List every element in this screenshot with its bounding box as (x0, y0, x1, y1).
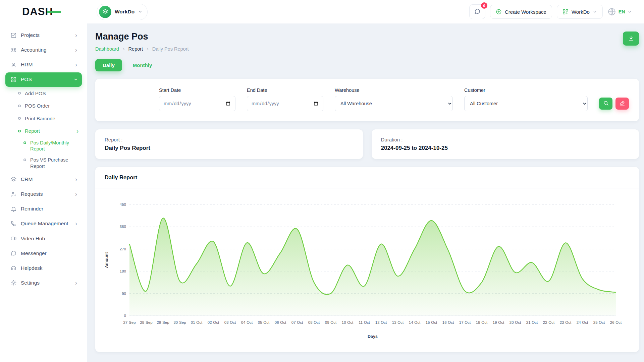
create-workspace-button[interactable]: Create Workspace (490, 5, 552, 19)
logo: DASH (0, 6, 87, 18)
top-header: DASH WorkDo 0 Create Workspace (0, 0, 644, 23)
sidebar-item-queue-management[interactable]: Queue Management› (5, 217, 82, 231)
report-summary-card: Report : Daily Pos Report (95, 129, 363, 159)
svg-text:13-Oct: 13-Oct (392, 320, 404, 324)
sidebar-item-label: Helpdesk (21, 265, 43, 272)
tab-daily[interactable]: Daily (95, 59, 122, 71)
sidebar: Projects›Accounting›HRM›POS›Add POSPOS O… (0, 23, 87, 362)
sidebar-item-add-pos[interactable]: Add POS (15, 87, 82, 100)
chevron-right-icon: › (75, 32, 77, 38)
warehouse-select[interactable]: All Warehouse (335, 96, 453, 111)
svg-text:Amount: Amount (104, 252, 109, 268)
bullet-icon (18, 117, 21, 120)
sidebar-item-reminder[interactable]: Reminder (5, 202, 82, 216)
bullet-icon (18, 105, 21, 107)
start-date-label: Start Date (159, 87, 235, 93)
create-workspace-label: Create Workspace (505, 9, 546, 15)
sidebar-item-pos[interactable]: POS› (5, 72, 82, 86)
svg-text:0: 0 (124, 314, 126, 318)
filter-panel: Start Date End Date Warehouse All Wareho… (95, 79, 639, 121)
sidebar-item-pos-order[interactable]: POS Order (15, 100, 82, 112)
sidebar-item-pos-vs-purchase-report[interactable]: Pos VS Purchase Report (21, 155, 82, 172)
svg-text:180: 180 (120, 269, 126, 273)
sidebar-item-label: Add POS (25, 90, 46, 97)
plus-circle-icon (496, 9, 502, 15)
end-date-label: End Date (247, 87, 323, 93)
sidebar-item-requests[interactable]: Requests› (5, 187, 82, 201)
svg-text:270: 270 (120, 247, 126, 251)
svg-text:20-Oct: 20-Oct (509, 320, 521, 324)
chevron-down-icon (593, 10, 597, 14)
sidebar-item-label: Pos VS Purchase Report (30, 157, 79, 170)
chevron-right-icon: › (75, 176, 77, 182)
account-name: WorkDo (572, 9, 590, 15)
chat-button[interactable]: 0 (469, 4, 485, 19)
sidebar-item-label: Queue Management (21, 220, 68, 227)
sidebar-item-label: POS Order (25, 103, 50, 109)
report-value: Daily Pos Report (105, 145, 354, 152)
svg-text:450: 450 (120, 202, 126, 206)
svg-text:02-Oct: 02-Oct (208, 320, 219, 324)
sidebar-item-pos-daily-monthly-report[interactable]: Pos Daily/Monthly Report (21, 138, 82, 155)
sidebar-item-hrm[interactable]: HRM› (5, 58, 82, 72)
language-selector[interactable]: EN (607, 7, 632, 16)
logo-dash-accent (47, 11, 61, 13)
sidebar-item-label: Video Hub (21, 235, 45, 242)
svg-text:29-Sep: 29-Sep (157, 320, 169, 324)
sidebar-item-settings[interactable]: Settings› (5, 276, 82, 290)
bullet-icon (18, 92, 21, 95)
svg-text:10-Oct: 10-Oct (342, 320, 354, 324)
reset-filter-button[interactable] (615, 98, 629, 110)
sidebar-item-messenger[interactable]: Messenger (5, 246, 82, 260)
duration-summary-card: Duration : 2024-09-25 to 2024-10-25 (372, 129, 639, 159)
svg-text:25-Oct: 25-Oct (593, 320, 605, 324)
breadcrumb-current: Daily Pos Report (152, 46, 189, 52)
breadcrumb-report[interactable]: Report (128, 46, 143, 52)
svg-text:24-Oct: 24-Oct (577, 320, 588, 324)
chevron-down-icon: › (73, 78, 79, 80)
svg-text:07-Oct: 07-Oct (291, 320, 303, 324)
chart-area: 09018027036045027-Sep28-Sep29-Sep30-Sep0… (95, 188, 639, 352)
language-code: EN (619, 9, 625, 14)
workspace-switcher[interactable]: WorkDo (97, 4, 148, 20)
sidebar-item-accounting[interactable]: Accounting› (5, 43, 82, 57)
sidebar-item-label: Settings (21, 280, 40, 286)
chevron-right-icon: › (75, 280, 77, 286)
daily-report-chart: 09018027036045027-Sep28-Sep29-Sep30-Sep0… (103, 196, 625, 341)
sidebar-item-print-barcode[interactable]: Print Barcode (15, 113, 82, 125)
sidebar-item-report[interactable]: Report› (15, 125, 82, 137)
sidebar-item-video-hub[interactable]: Video Hub (5, 232, 82, 246)
download-report-button[interactable] (623, 32, 639, 46)
projects-icon (10, 32, 17, 39)
sidebar-item-label: HRM (21, 61, 33, 68)
svg-text:04-Oct: 04-Oct (241, 320, 253, 324)
end-date-input[interactable] (247, 96, 323, 111)
helpdesk-icon (10, 265, 17, 272)
crm-icon (10, 176, 17, 183)
sidebar-item-projects[interactable]: Projects› (5, 28, 82, 42)
apply-filter-button[interactable] (599, 98, 612, 110)
bullet-icon (23, 141, 26, 144)
breadcrumb: Dashboard › Report › Daily Pos Report (95, 46, 189, 52)
svg-text:08-Oct: 08-Oct (308, 320, 320, 324)
svg-text:12-Oct: 12-Oct (375, 320, 387, 324)
main-content: Manage Pos Dashboard › Report › Daily Po… (87, 23, 644, 362)
account-menu-button[interactable]: WorkDo (557, 5, 603, 19)
sidebar-item-crm[interactable]: CRM› (5, 172, 82, 186)
svg-text:17-Oct: 17-Oct (459, 320, 471, 324)
sidebar-item-label: Pos Daily/Monthly Report (30, 140, 79, 153)
start-date-input[interactable] (159, 96, 235, 111)
customer-select[interactable]: All Customer (464, 96, 588, 111)
svg-text:22-Oct: 22-Oct (543, 320, 555, 324)
breadcrumb-separator: › (123, 46, 125, 52)
tab-monthly[interactable]: Monthly (125, 59, 160, 71)
chevron-right-icon: › (75, 62, 77, 68)
svg-text:19-Oct: 19-Oct (493, 320, 504, 324)
sidebar-item-helpdesk[interactable]: Helpdesk (5, 261, 82, 275)
duration-label: Duration : (381, 137, 630, 142)
svg-text:15-Oct: 15-Oct (426, 320, 437, 324)
svg-text:06-Oct: 06-Oct (275, 320, 286, 324)
breadcrumb-dashboard[interactable]: Dashboard (95, 46, 119, 52)
chevron-right-icon: › (75, 47, 77, 53)
eraser-icon (620, 100, 625, 107)
